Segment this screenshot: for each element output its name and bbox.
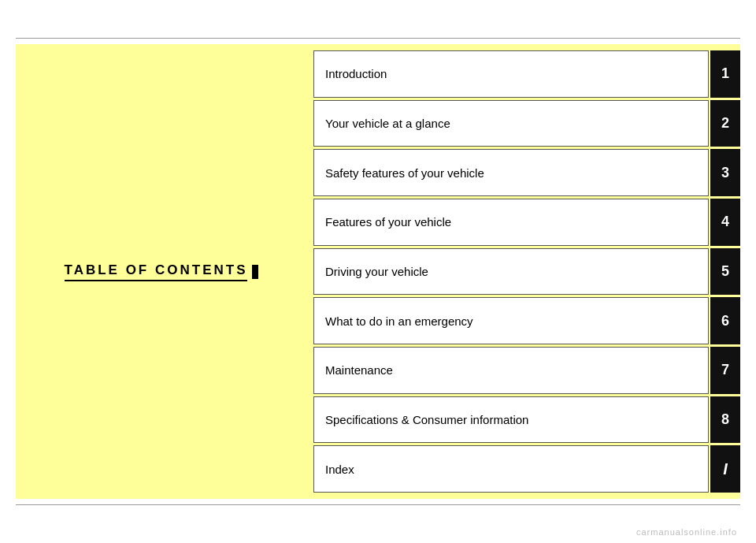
toc-item-number-1: 1	[710, 50, 740, 98]
watermark: carmanualsonline.info	[636, 527, 737, 537]
toc-item-label-9[interactable]: Index	[313, 445, 709, 493]
toc-item-label-8[interactable]: Specifications & Consumer information	[313, 396, 709, 444]
toc-item-label-1[interactable]: Introduction	[313, 50, 709, 98]
toc-item-number-4: 4	[710, 199, 740, 246]
top-divider	[16, 38, 740, 39]
toc-title-text: TABLE OF CONTENTS	[65, 262, 248, 281]
main-content: TABLE OF CONTENTS Introduction1Your vehi…	[16, 44, 740, 499]
left-panel: TABLE OF CONTENTS	[16, 44, 307, 499]
toc-row[interactable]: Maintenance7	[313, 347, 740, 394]
toc-row[interactable]: Driving your vehicle5	[313, 248, 740, 296]
toc-row[interactable]: Introduction1	[313, 50, 740, 98]
toc-row[interactable]: Safety features of your vehicle3	[313, 149, 740, 196]
toc-list: Introduction1Your vehicle at a glance2Sa…	[307, 44, 740, 499]
toc-item-number-6: 6	[710, 297, 740, 344]
toc-row[interactable]: What to do in an emergency6	[313, 297, 740, 344]
toc-item-number-7: 7	[710, 347, 740, 394]
bottom-divider	[16, 504, 740, 505]
toc-item-number-2: 2	[710, 100, 740, 147]
toc-row[interactable]: Features of your vehicle4	[313, 199, 740, 246]
toc-item-number-8: 8	[710, 396, 740, 444]
toc-item-label-3[interactable]: Safety features of your vehicle	[313, 149, 709, 196]
toc-cursor	[252, 265, 258, 279]
toc-row[interactable]: IndexI	[313, 445, 740, 493]
toc-item-number-3: 3	[710, 149, 740, 196]
toc-row[interactable]: Your vehicle at a glance2	[313, 100, 740, 147]
toc-item-label-6[interactable]: What to do in an emergency	[313, 297, 709, 344]
toc-item-number-9: I	[710, 445, 740, 493]
toc-title: TABLE OF CONTENTS	[65, 262, 259, 281]
toc-item-label-5[interactable]: Driving your vehicle	[313, 248, 709, 296]
toc-item-label-2[interactable]: Your vehicle at a glance	[313, 100, 709, 147]
toc-item-number-5: 5	[710, 248, 740, 296]
toc-row[interactable]: Specifications & Consumer information8	[313, 396, 740, 444]
toc-item-label-4[interactable]: Features of your vehicle	[313, 199, 709, 246]
toc-item-label-7[interactable]: Maintenance	[313, 347, 709, 394]
